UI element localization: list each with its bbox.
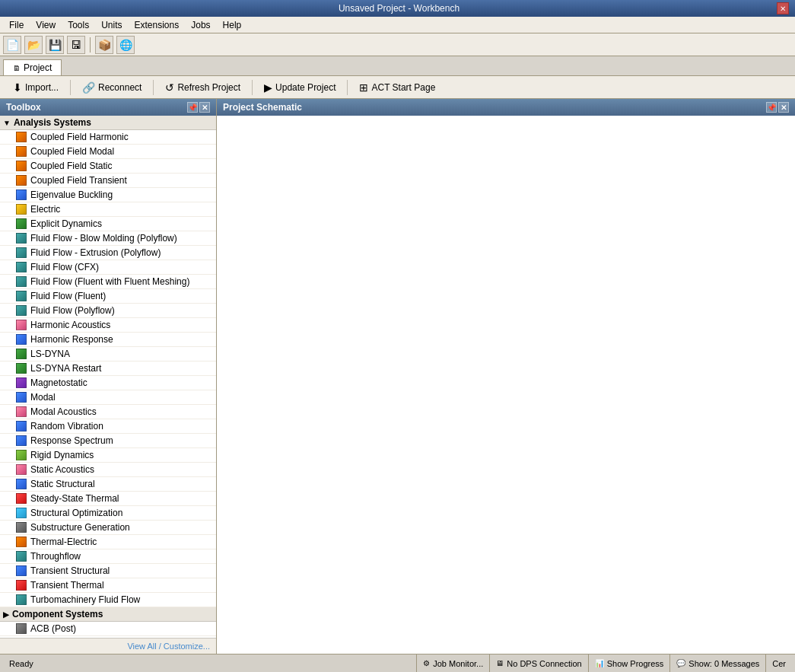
toolbox-item[interactable]: Modal Acoustics (0, 405, 216, 419)
toolbox-item[interactable]: Electric (0, 202, 216, 217)
toolbox-item[interactable]: ACB (Post) (0, 622, 216, 636)
analysis-item-icon (15, 420, 27, 432)
analysis-item-icon (15, 218, 27, 230)
toolbox-item[interactable]: Static Structural (0, 477, 216, 492)
analysis-item-icon (15, 536, 27, 548)
schematic-content (217, 116, 795, 654)
analysis-item-icon (15, 391, 27, 403)
toolbox-item[interactable]: Structural Optimization (0, 506, 216, 521)
action-sep-3 (252, 80, 253, 95)
toolbox-item[interactable]: Harmonic Response (0, 333, 216, 347)
schematic-close-button[interactable]: ✕ (778, 102, 789, 113)
toolbox-item[interactable]: Fluid Flow - Blow Molding (Polyflow) (0, 231, 216, 246)
dps-connection-status[interactable]: 🖥 No DPS Connection (490, 654, 588, 672)
show-progress-button[interactable]: 📊 Show Progress (589, 654, 671, 672)
analysis-item-icon (15, 174, 27, 186)
toolbox-item[interactable]: Coupled Field Transient (0, 174, 216, 188)
analysis-item-icon (15, 160, 27, 172)
save-button[interactable]: 💾 (46, 36, 64, 54)
toolbox-item[interactable]: Random Vibration (0, 419, 216, 434)
analysis-item-icon (15, 348, 27, 360)
refresh-project-button[interactable]: ↺ Refresh Project (158, 79, 247, 96)
toolbox-item[interactable]: Eigenvalue Buckling (0, 188, 216, 202)
menu-view[interactable]: View (30, 18, 62, 32)
toolbox-item[interactable]: LS-DYNA (0, 347, 216, 361)
toolbox-item[interactable]: Response Spectrum (0, 434, 216, 448)
toolbox-header-controls: 📌 ✕ (187, 102, 210, 113)
close-button[interactable]: ✕ (777, 2, 789, 14)
analysis-item-icon (15, 131, 27, 143)
analysis-items-container: Coupled Field HarmonicCoupled Field Moda… (0, 130, 216, 607)
toolbox-item[interactable]: Transient Thermal (0, 578, 216, 593)
archive-button[interactable]: 📦 (95, 36, 113, 54)
analysis-item-icon (15, 333, 27, 346)
analysis-item-icon (15, 189, 27, 201)
analysis-item-icon (15, 550, 27, 562)
schematic-header: Project Schematic 📌 ✕ (217, 99, 795, 116)
job-monitor-button[interactable]: ⚙ Job Monitor... (417, 654, 490, 672)
view-all-link[interactable]: View All / Customize... (0, 638, 216, 654)
project-tab[interactable]: 🗎 Project (3, 59, 62, 75)
toolbox-item[interactable]: Transient Structural (0, 564, 216, 578)
schematic-panel: Project Schematic 📌 ✕ (217, 99, 795, 654)
act-start-page-button[interactable]: ⊞ ACT Start Page (352, 79, 442, 96)
analysis-item-icon (15, 203, 27, 215)
menu-file[interactable]: File (3, 18, 30, 32)
reconnect-button[interactable]: 🔗 Reconnect (75, 79, 148, 96)
analysis-item-icon (15, 232, 27, 244)
schematic-title: Project Schematic (223, 102, 302, 113)
toolbox-item[interactable]: Fluid Flow - Extrusion (Polyflow) (0, 246, 216, 260)
component-systems-arrow: ▶ (3, 610, 9, 619)
schematic-header-controls: 📌 ✕ (766, 102, 789, 113)
toolbox-item[interactable]: Fluid Flow (Polyflow) (0, 304, 216, 318)
toolbox-item[interactable]: Explicit Dynamics (0, 217, 216, 231)
toolbox-item[interactable]: Throughflow (0, 549, 216, 564)
menu-extensions[interactable]: Extensions (129, 18, 186, 32)
toolbox-item[interactable]: Fluid Flow (Fluent with Fluent Meshing) (0, 275, 216, 289)
toolbox-pin-button[interactable]: 📌 (187, 102, 198, 113)
menu-help[interactable]: Help (217, 18, 248, 32)
toolbox-item[interactable]: Modal (0, 390, 216, 405)
toolbox-header: Toolbox 📌 ✕ (0, 99, 216, 116)
toolbar: 📄 📂 💾 🖫 📦 🌐 (0, 33, 795, 56)
component-items-container: ACB (Post) (0, 622, 216, 636)
toolbox-item[interactable]: Magnetostatic (0, 376, 216, 390)
analysis-item-icon (15, 275, 27, 288)
toolbox-item[interactable]: Steady-State Thermal (0, 492, 216, 506)
save-as-button[interactable]: 🖫 (67, 36, 85, 54)
toolbox-item[interactable]: Thermal-Electric (0, 535, 216, 549)
toolbox-item[interactable]: Harmonic Acoustics (0, 318, 216, 333)
menu-tools[interactable]: Tools (62, 18, 95, 32)
title-bar: Unsaved Project - Workbench ✕ (0, 0, 795, 17)
toolbox-list: ▼ Analysis Systems Coupled Field Harmoni… (0, 116, 216, 638)
toolbox-item[interactable]: Static Acoustics (0, 463, 216, 477)
toolbox-item[interactable]: Fluid Flow (CFX) (0, 260, 216, 275)
toolbox-item[interactable]: Coupled Field Static (0, 159, 216, 174)
toolbox-item[interactable]: Coupled Field Modal (0, 145, 216, 159)
new-button[interactable]: 📄 (3, 36, 21, 54)
analysis-systems-section[interactable]: ▼ Analysis Systems (0, 116, 216, 130)
window-title: Unsaved Project - Workbench (21, 3, 777, 14)
schematic-pin-button[interactable]: 📌 (766, 102, 777, 113)
open-button[interactable]: 📂 (24, 36, 43, 54)
toolbox-close-button[interactable]: ✕ (199, 102, 210, 113)
toolbox-item[interactable]: Rigid Dynamics (0, 448, 216, 463)
toolbox-item[interactable]: Substructure Generation (0, 521, 216, 535)
menu-units[interactable]: Units (95, 18, 128, 32)
toolbox-item[interactable]: Coupled Field Harmonic (0, 130, 216, 145)
analysis-item-icon (15, 319, 27, 331)
action-sep-1 (70, 80, 71, 95)
analysis-item-icon (15, 261, 27, 273)
cert-status: Cer (766, 654, 792, 672)
import-button[interactable]: ⬇ Import... (6, 79, 65, 96)
menu-jobs[interactable]: Jobs (185, 18, 216, 32)
toolbox-item[interactable]: Fluid Flow (Fluent) (0, 289, 216, 304)
toolbox-item[interactable]: Turbomachinery Fluid Flow (0, 593, 216, 607)
analysis-item-icon (15, 145, 27, 158)
component-systems-section[interactable]: ▶ Component Systems (0, 607, 216, 622)
globe-button[interactable]: 🌐 (116, 36, 135, 54)
toolbox-item[interactable]: LS-DYNA Restart (0, 361, 216, 376)
component-item-icon (15, 623, 27, 635)
show-messages-button[interactable]: 💬 Show: 0 Messages (670, 654, 766, 672)
update-project-button[interactable]: ▶ Update Project (257, 79, 342, 96)
